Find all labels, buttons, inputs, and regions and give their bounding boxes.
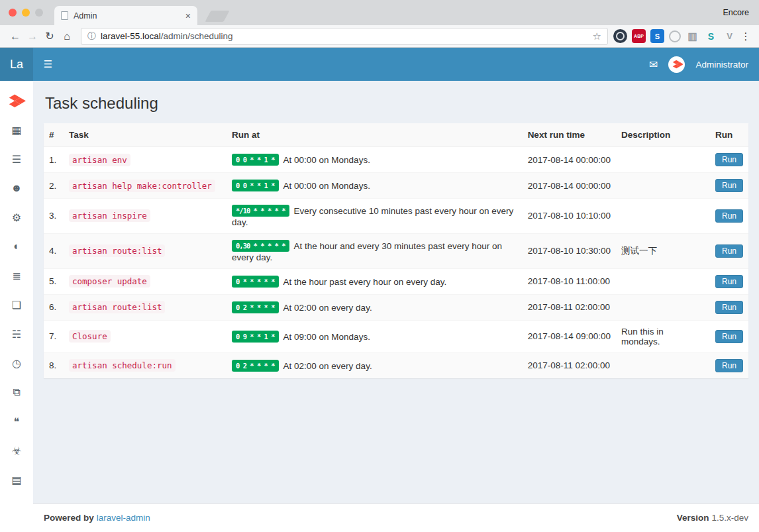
col-header-run-at: Run at bbox=[227, 123, 523, 147]
browser-window: Admin × Encore ← → ↻ ⌂ ⓘ laravel-55.loca… bbox=[0, 0, 759, 532]
content-area: Task scheduling # Task Run at Next run t… bbox=[33, 81, 759, 503]
user-avatar[interactable] bbox=[668, 56, 685, 73]
run-button[interactable]: Run bbox=[715, 209, 743, 223]
window-controls bbox=[9, 9, 43, 17]
sliders-icon[interactable]: ☵ bbox=[0, 319, 33, 348]
app-navbar: La ☰ ✉ Administrator bbox=[0, 48, 759, 81]
messages-envelope-icon[interactable]: ✉ bbox=[649, 58, 658, 71]
extension-columns-icon[interactable]: ▥ bbox=[685, 29, 699, 43]
tab-favicon-icon bbox=[61, 11, 68, 20]
next-run-time: 2017-08-10 11:00:00 bbox=[523, 268, 616, 294]
fullscreen-window-button[interactable] bbox=[35, 9, 43, 17]
app-footer: Powered bylaravel-admin Version1.5.x-dev bbox=[33, 503, 759, 532]
extension-wappalyzer-icon[interactable] bbox=[613, 29, 627, 43]
cron-badge: 0 0 * * 1 * bbox=[232, 180, 279, 191]
user-secret-icon[interactable]: ☻ bbox=[0, 174, 33, 203]
home-icon[interactable]: ⌂ bbox=[58, 30, 76, 42]
bar-chart-icon[interactable]: ▦ bbox=[0, 115, 33, 144]
book-icon[interactable]: ▤ bbox=[0, 465, 33, 494]
reload-icon[interactable]: ↻ bbox=[41, 30, 58, 42]
version-info: Version1.5.x-dev bbox=[677, 513, 748, 523]
scheduling-table-box: # Task Run at Next run time Description … bbox=[44, 123, 748, 378]
th-list-icon[interactable]: ☰ bbox=[0, 144, 33, 174]
tab-close-icon[interactable]: × bbox=[185, 11, 191, 21]
gears-icon[interactable]: ⚙ bbox=[0, 203, 33, 232]
database-icon[interactable]: ≣ bbox=[0, 261, 33, 290]
row-description bbox=[616, 268, 710, 294]
browser-profile-name[interactable]: Encore bbox=[723, 8, 749, 17]
app-logo[interactable]: La bbox=[0, 48, 33, 81]
table-row: 5. composer update 0 * * * * *At the hou… bbox=[44, 268, 748, 294]
clock-icon[interactable]: ◷ bbox=[0, 348, 33, 378]
task-name: artisan route:list bbox=[69, 301, 165, 313]
sidebar: ▦ ☰ ☻ ⚙ ◐ ≣ ❏ ☵ ◷ ⧉ ❝ ☣ ▤ bbox=[0, 81, 33, 532]
sidebar-toggle-icon[interactable]: ☰ bbox=[33, 48, 63, 81]
bug-icon[interactable]: ☣ bbox=[0, 436, 33, 465]
url-path: /admin/scheduling bbox=[161, 31, 233, 41]
extensions-bar: ABP S ▥ S V bbox=[613, 29, 736, 43]
copy-icon[interactable]: ⧉ bbox=[0, 378, 33, 407]
run-button[interactable]: Run bbox=[715, 153, 743, 166]
comment-icon[interactable]: ❝ bbox=[0, 407, 33, 436]
address-bar[interactable]: ⓘ laravel-55.local/admin/scheduling ☆ bbox=[81, 28, 608, 45]
extension-vue-icon[interactable]: V bbox=[723, 29, 736, 43]
url-text[interactable]: laravel-55.local/admin/scheduling bbox=[101, 31, 233, 41]
task-name: artisan route:list bbox=[69, 244, 165, 257]
version-label: Version bbox=[677, 513, 709, 523]
row-index: 2. bbox=[44, 173, 64, 199]
minimize-window-button[interactable] bbox=[22, 9, 30, 17]
laravel-admin-link[interactable]: laravel-admin bbox=[97, 513, 150, 523]
file-icon[interactable]: ❏ bbox=[0, 290, 33, 319]
page-info-icon[interactable]: ⓘ bbox=[87, 30, 96, 42]
run-button[interactable]: Run bbox=[715, 244, 743, 258]
next-run-time: 2017-08-10 10:30:00 bbox=[523, 233, 616, 268]
cron-badge: 0 * * * * * bbox=[232, 276, 279, 288]
run-button[interactable]: Run bbox=[715, 301, 743, 314]
close-window-button[interactable] bbox=[9, 9, 17, 17]
row-index: 3. bbox=[44, 199, 64, 234]
toggle-icon[interactable]: ◐ bbox=[0, 232, 33, 261]
extension-circle-icon[interactable] bbox=[669, 30, 681, 42]
version-value: 1.5.x-dev bbox=[711, 513, 748, 523]
app-body: ▦ ☰ ☻ ⚙ ◐ ≣ ❏ ☵ ◷ ⧉ ❝ ☣ ▤ Task schedulin… bbox=[0, 81, 759, 532]
browser-tab[interactable]: Admin × bbox=[54, 6, 197, 25]
table-row: 8. artisan schedule:run 0 2 * * * *At 02… bbox=[44, 352, 748, 378]
run-button[interactable]: Run bbox=[715, 179, 743, 192]
bookmark-star-icon[interactable]: ☆ bbox=[593, 30, 601, 42]
laravel-logo-icon bbox=[671, 58, 683, 70]
task-name: artisan schedule:run bbox=[69, 359, 176, 372]
tab-title: Admin bbox=[74, 11, 180, 21]
forward-icon[interactable]: → bbox=[24, 30, 41, 42]
url-domain: laravel-55.local bbox=[101, 31, 161, 41]
extension-adblock-icon[interactable]: ABP bbox=[632, 29, 646, 43]
row-description bbox=[616, 352, 710, 378]
run-button[interactable]: Run bbox=[715, 330, 743, 343]
run-button[interactable]: Run bbox=[715, 275, 743, 288]
cron-description: At 00:00 on Mondays. bbox=[283, 181, 370, 191]
table-row: 7. Closure 0 9 * * 1 *At 09:00 on Monday… bbox=[44, 320, 748, 352]
new-tab-button[interactable] bbox=[205, 11, 229, 22]
table-header-row: # Task Run at Next run time Description … bbox=[44, 123, 748, 147]
sidebar-laravel-logo-icon[interactable] bbox=[7, 87, 26, 115]
row-index: 7. bbox=[44, 320, 64, 352]
cron-badge: 0 2 * * * * bbox=[232, 360, 279, 372]
extension-s-teal-icon[interactable]: S bbox=[704, 29, 718, 43]
table-row: 3. artisan inspire */10 * * * * *Every c… bbox=[44, 199, 748, 234]
browser-menu-icon[interactable]: ⋮ bbox=[739, 30, 752, 42]
col-header-index: # bbox=[44, 123, 64, 147]
browser-tab-strip: Admin × Encore bbox=[0, 0, 759, 25]
scheduling-table: # Task Run at Next run time Description … bbox=[44, 123, 748, 378]
row-index: 4. bbox=[44, 233, 64, 268]
run-button[interactable]: Run bbox=[715, 359, 743, 372]
next-run-time: 2017-08-10 10:10:00 bbox=[523, 199, 616, 234]
row-description bbox=[616, 173, 710, 199]
username[interactable]: Administrator bbox=[695, 60, 748, 70]
col-header-task: Task bbox=[64, 123, 227, 147]
cron-description: At the hour past every hour on every day… bbox=[283, 276, 447, 286]
back-icon[interactable]: ← bbox=[7, 30, 24, 42]
extension-s-blue-icon[interactable]: S bbox=[650, 29, 664, 43]
row-index: 1. bbox=[44, 147, 64, 173]
main-column: Task scheduling # Task Run at Next run t… bbox=[33, 81, 759, 532]
powered-by-label: Powered by bbox=[44, 513, 94, 523]
cron-description: At 02:00 on every day. bbox=[283, 302, 372, 312]
